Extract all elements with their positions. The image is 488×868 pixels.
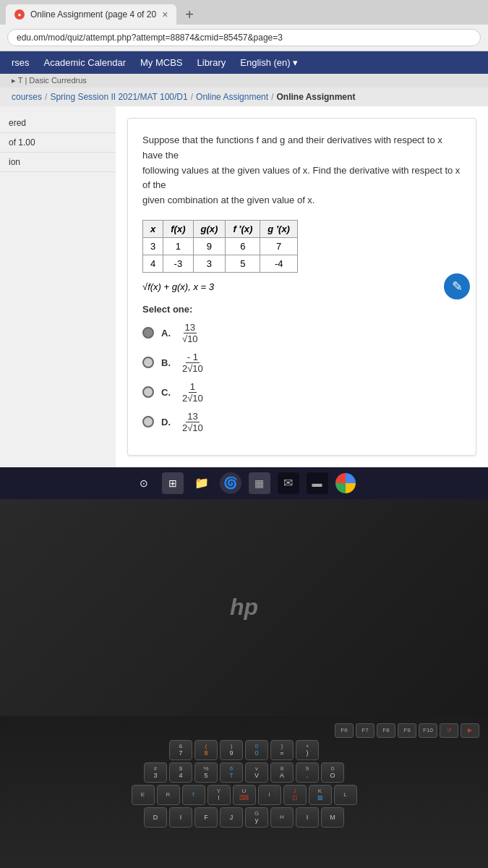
breadcrumb-courses[interactable]: courses <box>12 92 42 102</box>
breadcrumb: courses / Spring Session II 2021/MAT 100… <box>0 88 488 106</box>
key-g[interactable]: G y <box>245 807 268 827</box>
key-9-alt[interactable]: 9 . <box>296 762 319 783</box>
math-formula: √f(x) + g(x), x = 3 <box>142 281 461 292</box>
key-t[interactable]: T <box>182 785 205 805</box>
sidebar-item-score: of 1.00 <box>0 133 116 153</box>
key-percent[interactable]: % 5 <box>194 762 218 783</box>
key-d[interactable]: D <box>144 807 167 827</box>
fn-key-f9[interactable]: F9 <box>398 723 416 738</box>
taskbar-windows-button[interactable]: ⊙ <box>133 472 155 494</box>
nav-library[interactable]: Library <box>197 57 226 68</box>
option-c-value: 1 2√10 <box>181 381 205 404</box>
radio-c[interactable] <box>142 386 154 398</box>
option-c-label: C. <box>161 387 171 398</box>
keyboard-bottom-row: D I F J G y H I M <box>6 807 482 827</box>
keyboard-home-row: E R T Y ! U ⌨ I J ⊡ K ⊠ L <box>6 785 482 805</box>
next-button[interactable]: ✎ <box>444 273 470 299</box>
key-i[interactable]: I <box>258 785 281 805</box>
table-row: 3 1 9 6 7 <box>143 237 298 255</box>
key-7[interactable]: & 7 <box>169 740 192 760</box>
key-plus[interactable]: + ) <box>296 740 319 760</box>
keyboard-qwerty-row: # 3 $ 4 % 5 6 T v V 8 A 9 . 0 O <box>6 762 482 783</box>
question-text: Suppose that the functions f and g and t… <box>142 133 461 208</box>
nav-my-mcbs[interactable]: My MCBS <box>140 57 183 68</box>
new-tab-button[interactable]: + <box>179 5 200 25</box>
fn-key-f6[interactable]: F6 <box>335 723 354 738</box>
function-key-row: F6 F7 F8 F9 F10 ↺ ▶ <box>6 723 482 738</box>
key-dollar[interactable]: $ 4 <box>169 762 192 783</box>
taskbar-edge-icon[interactable]: 🌀 <box>220 472 241 494</box>
question-line-1: Suppose that the functions f and g and t… <box>142 135 442 161</box>
taskbar-calendar-icon[interactable]: ▦ <box>249 472 270 494</box>
option-d[interactable]: D. 13 2√10 <box>142 411 461 433</box>
fn-key-f12[interactable]: ▶ <box>461 723 479 738</box>
question-card: Suppose that the functions f and g and t… <box>127 118 476 456</box>
breadcrumb-sep-2: / <box>191 92 193 102</box>
active-tab[interactable]: ● Online Assignment (page 4 of 20 × <box>6 4 176 25</box>
key-l[interactable]: L <box>334 785 357 805</box>
key-8[interactable]: ( 8 <box>194 740 218 760</box>
radio-a[interactable] <box>142 327 154 339</box>
nav-language[interactable]: English (en) <box>240 57 298 68</box>
breadcrumb-sep-1: / <box>45 92 47 102</box>
tab-favicon: ● <box>14 9 25 20</box>
option-a[interactable]: A. 13 √10 <box>142 322 461 344</box>
key-k[interactable]: K ⊠ <box>309 785 332 805</box>
breadcrumb-assignment-2: Online Assignment <box>276 92 355 102</box>
taskbar-chrome-icon[interactable] <box>335 473 356 493</box>
key-8-alt[interactable]: 8 A <box>270 762 294 783</box>
col-gx: g(x) <box>193 220 226 237</box>
taskbar-grid-icon[interactable]: ⊞ <box>162 472 184 494</box>
keyboard-area: F6 F7 F8 F9 F10 ↺ ▶ & 7 ( 8 ) 9 0 0 } = … <box>0 716 488 868</box>
option-b-label: B. <box>161 357 171 368</box>
key-0-alt[interactable]: 0 O <box>321 762 344 783</box>
table-row: 4 -3 3 5 -4 <box>143 255 298 272</box>
key-u[interactable]: U ⌨ <box>233 785 256 805</box>
nav-courses[interactable]: rses <box>12 57 30 68</box>
key-y[interactable]: Y ! <box>207 785 231 805</box>
key-v[interactable]: v V <box>245 762 268 783</box>
key-r[interactable]: R <box>157 785 180 805</box>
key-0[interactable]: 0 0 <box>245 740 268 760</box>
fn-key-f10[interactable]: F10 <box>419 723 437 738</box>
fn-key-f8[interactable]: F8 <box>377 723 395 738</box>
key-6[interactable]: 6 T <box>220 762 243 783</box>
option-c[interactable]: C. 1 2√10 <box>142 381 461 404</box>
col-x: x <box>143 220 163 237</box>
key-h[interactable]: H <box>270 807 294 827</box>
address-input[interactable]: edu.om/mod/quiz/attempt.php?attempt=8887… <box>7 29 481 46</box>
key-f[interactable]: F <box>194 807 218 827</box>
taskbar-monitor-icon[interactable]: ▬ <box>307 472 328 494</box>
key-j-bottom[interactable]: J <box>220 807 243 827</box>
tab-title: Online Assignment (page 4 of 20 <box>30 9 156 20</box>
sub-nav: ▸ T | Dasic Curredrus <box>0 74 488 88</box>
question-line-3: given combination at the given value of … <box>142 195 314 205</box>
option-a-label: A. <box>161 328 171 339</box>
option-d-value: 13 2√10 <box>181 411 205 433</box>
taskbar-mail-icon[interactable]: ✉ <box>278 472 299 494</box>
nav-academic-calendar[interactable]: Academic Calendar <box>44 57 126 68</box>
key-e[interactable]: E <box>132 785 155 805</box>
key-i-bottom[interactable]: I <box>169 807 192 827</box>
main-content: ered of 1.00 ion Suppose that the functi… <box>0 106 488 467</box>
breadcrumb-session[interactable]: Spring Session II 2021/MAT 100/D1 <box>50 92 187 102</box>
address-bar: edu.om/mod/quiz/attempt.php?attempt=8887… <box>0 25 488 51</box>
math-table: x f(x) g(x) f ′(x) g ′(x) 3 1 9 6 7 <box>142 220 298 273</box>
taskbar-folder-icon[interactable]: 📁 <box>191 472 213 494</box>
key-9[interactable]: ) 9 <box>220 740 243 760</box>
key-m[interactable]: M <box>321 807 344 827</box>
key-hash[interactable]: # 3 <box>144 762 167 783</box>
fn-key-f7[interactable]: F7 <box>356 723 374 738</box>
radio-d[interactable] <box>142 416 154 427</box>
breadcrumb-assignment-1[interactable]: Online Assignment <box>196 92 268 102</box>
option-b[interactable]: B. - 1 2√10 <box>142 352 461 374</box>
taskbar: ⊙ ⊞ 📁 🌀 ▦ ✉ ▬ <box>0 467 488 499</box>
sidebar-item-ion: ion <box>0 153 116 172</box>
key-i-alt[interactable]: I <box>296 807 319 827</box>
key-bracket-right[interactable]: } = <box>270 740 294 760</box>
fn-key-f11[interactable]: ↺ <box>440 723 458 738</box>
tab-close-button[interactable]: × <box>162 9 168 20</box>
key-j[interactable]: J ⊡ <box>283 785 307 805</box>
browser-chrome: ● Online Assignment (page 4 of 20 × + ed… <box>0 0 488 51</box>
radio-b[interactable] <box>142 357 154 368</box>
